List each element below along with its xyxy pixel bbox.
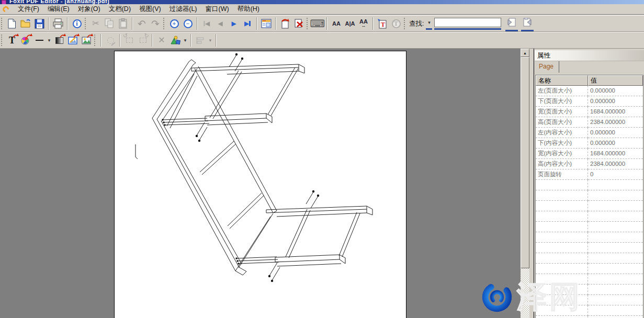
rotate-object-left-button[interactable]: ↺ (122, 33, 136, 47)
property-row[interactable]: 左(内容大小) 0.000000 (536, 128, 643, 138)
font-spacing-button[interactable]: A|A (343, 17, 357, 30)
last-page-button[interactable]: ▶ (241, 17, 254, 30)
line-style-dropdown[interactable]: ▾ (46, 36, 52, 45)
menu-item[interactable]: 文件(F) (14, 4, 43, 15)
copy-icon (105, 18, 114, 29)
pdf-page[interactable] (114, 51, 406, 318)
property-row[interactable]: 下(内容大小) 0.000000 (536, 138, 643, 149)
keyboard-input-button[interactable]: ⌨ (311, 17, 324, 30)
edit-shading-button[interactable] (52, 33, 66, 47)
toolbar-gripper[interactable] (94, 35, 97, 46)
delete-page-button[interactable] (292, 17, 306, 30)
edit-arrow-icon (60, 33, 66, 39)
line-style-button[interactable] (32, 33, 46, 47)
property-row[interactable]: 宽(内容大小) 1684.000000 (536, 149, 643, 159)
property-row[interactable]: 下(页面大小) 0.000000 (536, 96, 643, 107)
font-width-button[interactable]: AA ↔ (357, 17, 370, 30)
property-row-empty (536, 232, 643, 243)
find-history-dropdown[interactable]: ▾ (426, 18, 432, 27)
tab-page[interactable]: Page (535, 61, 559, 73)
find-previous-button[interactable] (505, 16, 518, 29)
property-value: 2384.000000 (588, 117, 643, 128)
text-target-button[interactable]: T (389, 17, 403, 30)
circled-t-icon: T (392, 19, 401, 28)
find-input[interactable] (434, 18, 501, 27)
menu-item[interactable]: 编辑(E) (43, 4, 74, 15)
menu-item[interactable]: 过滤器(L) (165, 4, 201, 15)
property-row[interactable]: 高(页面大小) 2384.000000 (536, 117, 643, 128)
toolbar-gripper[interactable] (85, 18, 87, 29)
property-value: 2384.000000 (588, 159, 643, 169)
new-document-button[interactable] (5, 17, 19, 30)
replace-image-button[interactable] (80, 33, 93, 47)
first-page-button[interactable]: ◀ (200, 17, 213, 30)
cut-button[interactable]: ✂ (89, 17, 103, 30)
menu-item[interactable]: 视图(V) (135, 4, 165, 15)
scroll-up-button[interactable]: ▲ (521, 49, 529, 57)
toolbar-gripper[interactable] (163, 18, 166, 29)
zoom-out-button[interactable]: − (181, 17, 195, 30)
menu-item[interactable]: 窗口(W) (201, 4, 233, 15)
toolbar-gripper[interactable] (307, 18, 309, 29)
property-name: 左(内容大小) (536, 128, 588, 138)
next-page-button[interactable]: ▶ (227, 17, 241, 30)
property-value: 0.000000 (588, 96, 643, 107)
page-layout-button[interactable] (259, 17, 273, 30)
toolbar-separator (100, 34, 101, 47)
panel-splitter[interactable] (529, 49, 534, 318)
document-canvas[interactable] (0, 49, 521, 318)
redo-button[interactable]: ↷ (149, 17, 162, 30)
edit-image-button[interactable] (66, 33, 80, 47)
font-style-icon: AA (332, 20, 341, 27)
shape-dropdown[interactable]: ▾ (182, 36, 188, 45)
add-text-button[interactable]: T (376, 17, 389, 30)
open-document-button[interactable] (19, 17, 32, 30)
undo-button[interactable]: ↶ (135, 17, 149, 30)
property-row[interactable]: 左(页面大小) 0.000000 (536, 86, 643, 96)
align-dropdown[interactable]: ▾ (207, 36, 213, 45)
column-header-name[interactable]: 名称 (536, 75, 588, 86)
toolbar-gripper[interactable] (1, 35, 4, 46)
property-row[interactable]: 高(内容大小) 2384.000000 (536, 159, 643, 169)
toolbar-gripper[interactable] (404, 18, 406, 29)
select-object-button[interactable] (104, 33, 117, 47)
find-previous-icon (507, 18, 516, 27)
vertical-scrollbar[interactable]: ▲ (521, 49, 529, 318)
open-folder-icon (20, 18, 31, 29)
printer-icon (52, 18, 64, 29)
property-name: 左(页面大小) (536, 86, 588, 96)
align-objects-button[interactable] (194, 33, 207, 47)
delete-object-button[interactable]: ✕ (155, 33, 168, 47)
toolbar-separator (326, 17, 327, 30)
find-next-button[interactable] (521, 16, 534, 29)
scrollbar-thumb[interactable] (521, 57, 529, 268)
font-style-button[interactable]: AA (330, 17, 343, 30)
clipboard-icon (118, 18, 128, 29)
property-row[interactable]: 页面旋转 0 (536, 169, 643, 180)
next-page-icon: ▶ (231, 20, 236, 27)
paste-button[interactable] (116, 17, 130, 30)
property-row[interactable]: 宽(页面大小) 1684.000000 (536, 107, 643, 117)
zoom-in-button[interactable]: + (167, 17, 181, 30)
save-button[interactable] (32, 17, 46, 30)
property-row-empty (536, 201, 643, 211)
column-header-value[interactable]: 值 (588, 75, 643, 86)
copy-button[interactable] (103, 17, 116, 30)
main-toolbar: i ✂ ↶ ↷ + − ◀ ◀ (0, 15, 644, 32)
assembly-line-drawing (115, 51, 406, 317)
toolbar-gripper[interactable] (1, 18, 4, 29)
rotate-object-right-button[interactable]: ↻ (136, 33, 150, 47)
menu-item[interactable]: 帮助(H) (233, 4, 264, 15)
edit-color-button[interactable] (19, 33, 32, 47)
rotate-page-button[interactable] (278, 17, 292, 30)
delete-page-icon (293, 18, 304, 29)
edit-text-object-button[interactable]: T (5, 33, 19, 47)
property-value: 0.000000 (588, 138, 643, 149)
previous-page-button[interactable]: ◀ (213, 17, 227, 30)
menu-item[interactable]: 文档(D) (105, 4, 135, 15)
menu-item[interactable]: 对象(O) (74, 4, 105, 15)
insert-shape-button[interactable] (168, 33, 182, 47)
print-button[interactable] (51, 17, 65, 30)
document-info-button[interactable]: i (70, 17, 84, 30)
scrollbar-track[interactable] (521, 268, 529, 318)
